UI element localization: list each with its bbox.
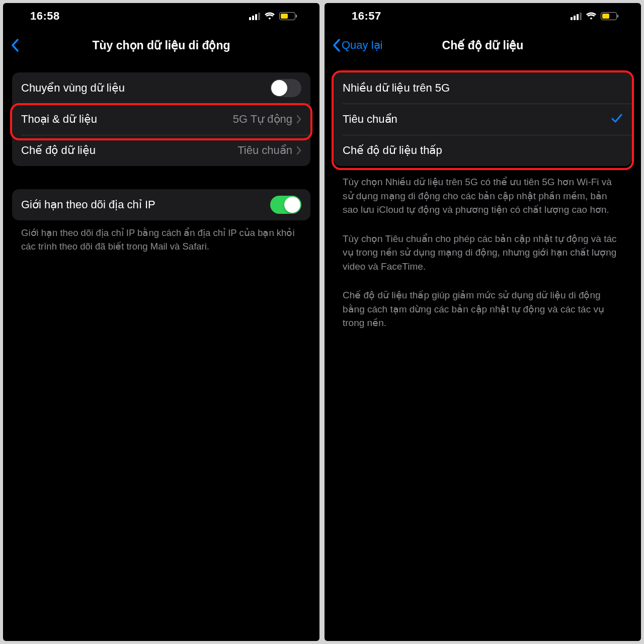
footer-description: Tùy chọn Nhiều dữ liệu trên 5G có thể ưu… xyxy=(334,175,632,330)
row-value: Tiêu chuẩn xyxy=(237,144,292,157)
back-button[interactable] xyxy=(11,39,19,52)
row-voice-data[interactable]: Thoại & dữ liệu 5G Tự động xyxy=(12,104,310,135)
status-bar: 16:58 xyxy=(3,3,319,29)
chevron-right-icon xyxy=(296,146,301,155)
wifi-icon xyxy=(264,12,275,20)
row-label: Giới hạn theo dõi địa chỉ IP xyxy=(21,198,155,211)
chevron-left-icon xyxy=(333,39,341,52)
status-time: 16:58 xyxy=(30,10,60,23)
row-label: Thoại & dữ liệu xyxy=(21,113,97,126)
settings-group-2: Giới hạn theo dõi địa chỉ IP xyxy=(12,189,310,220)
status-time: 16:57 xyxy=(352,10,381,23)
row-data-mode[interactable]: Chế độ dữ liệu Tiêu chuẩn xyxy=(12,135,310,166)
toggle-roaming[interactable] xyxy=(270,79,301,97)
footer-p2: Tùy chọn Tiêu chuẩn cho phép các bản cập… xyxy=(343,232,623,274)
page-title: Tùy chọn dữ liệu di động xyxy=(92,39,230,52)
check-icon xyxy=(611,111,623,127)
chevron-left-icon xyxy=(11,39,19,52)
row-value: 5G Tự động xyxy=(233,113,292,126)
status-icons xyxy=(571,12,617,20)
options-group: Nhiều dữ liệu trên 5G Tiêu chuẩn Chế độ … xyxy=(334,72,632,166)
footer-p1: Tùy chọn Nhiều dữ liệu trên 5G có thể ưu… xyxy=(343,175,623,217)
signal-icon xyxy=(571,12,582,20)
battery-icon xyxy=(601,12,617,20)
row-data-roaming[interactable]: Chuyển vùng dữ liệu xyxy=(12,72,310,104)
option-standard[interactable]: Tiêu chuẩn xyxy=(334,104,632,135)
battery-icon xyxy=(279,12,295,20)
back-button[interactable]: Quay lại xyxy=(333,39,382,52)
chevron-right-icon xyxy=(296,115,301,124)
nav-bar: Quay lại Chế độ dữ liệu xyxy=(325,29,641,61)
option-more-data-5g[interactable]: Nhiều dữ liệu trên 5G xyxy=(334,72,632,104)
option-label: Chế độ dữ liệu thấp xyxy=(343,144,442,157)
content: Chuyển vùng dữ liệu Thoại & dữ liệu 5G T… xyxy=(3,61,319,254)
nav-bar: Tùy chọn dữ liệu di động xyxy=(3,29,319,61)
footer-text: Giới hạn theo dõi địa chỉ IP bằng cách ẩ… xyxy=(12,220,310,254)
row-label: Chế độ dữ liệu xyxy=(21,144,96,157)
content: Nhiều dữ liệu trên 5G Tiêu chuẩn Chế độ … xyxy=(325,61,641,345)
option-label: Nhiều dữ liệu trên 5G xyxy=(343,82,450,95)
phone-left: 16:58 Tùy chọn dữ liệu di động Chuyển vù… xyxy=(3,3,319,641)
wifi-icon xyxy=(586,12,597,20)
toggle-limit-ip[interactable] xyxy=(270,196,301,214)
back-label: Quay lại xyxy=(342,39,382,52)
option-low-data[interactable]: Chế độ dữ liệu thấp xyxy=(334,135,632,166)
status-icons xyxy=(249,12,295,20)
row-limit-ip[interactable]: Giới hạn theo dõi địa chỉ IP xyxy=(12,189,310,220)
phone-right: 16:57 Quay lại Chế độ dữ liệu Nhiều dữ l… xyxy=(325,3,641,641)
settings-group-1: Chuyển vùng dữ liệu Thoại & dữ liệu 5G T… xyxy=(12,72,310,166)
footer-p3: Chế độ dữ liệu thấp giúp giảm mức sử dụn… xyxy=(343,288,623,330)
status-bar: 16:57 xyxy=(325,3,641,29)
row-label: Chuyển vùng dữ liệu xyxy=(21,82,125,95)
option-label: Tiêu chuẩn xyxy=(343,113,397,126)
signal-icon xyxy=(249,12,260,20)
page-title: Chế độ dữ liệu xyxy=(442,39,524,52)
